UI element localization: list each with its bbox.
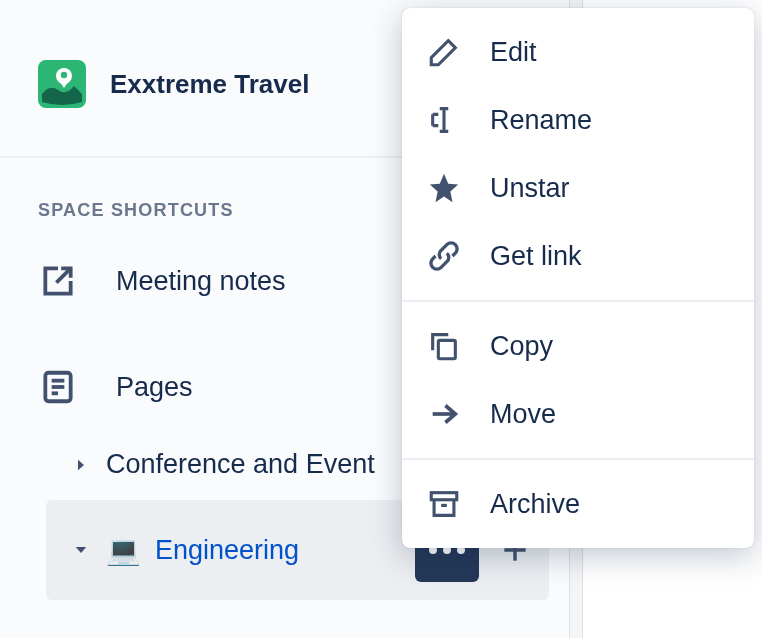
archive-icon [426,486,462,522]
svg-point-1 [61,72,67,78]
menu-item-label: Move [490,399,556,430]
menu-item-label: Edit [490,37,537,68]
external-link-icon [38,261,78,301]
laptop-icon: 💻 [106,534,141,567]
space-title: Exxtreme Travel [110,69,309,100]
menu-item-unstar[interactable]: Unstar [402,154,754,222]
menu-item-label: Unstar [490,173,570,204]
space-logo [38,60,86,108]
menu-item-label: Archive [490,489,580,520]
chevron-down-icon[interactable] [70,539,92,561]
link-icon [426,238,462,274]
arrow-right-icon [426,396,462,432]
context-menu: Edit Rename Unstar [402,8,754,548]
menu-item-move[interactable]: Move [402,380,754,448]
rename-icon [426,102,462,138]
svg-rect-8 [438,340,455,358]
pages-label: Pages [116,372,193,403]
menu-item-getlink[interactable]: Get link [402,222,754,290]
svg-rect-10 [431,493,457,500]
edit-icon [426,34,462,70]
menu-item-label: Get link [490,241,582,272]
page-icon [38,367,78,407]
menu-item-archive[interactable]: Archive [402,470,754,538]
star-icon [426,170,462,206]
shortcut-label: Meeting notes [116,266,286,297]
menu-item-label: Copy [490,331,553,362]
tree-item-label: Conference and Event [106,449,375,480]
menu-item-edit[interactable]: Edit [402,18,754,86]
tree-item-label: Engineering [155,535,299,566]
menu-item-copy[interactable]: Copy [402,312,754,380]
copy-icon [426,328,462,364]
chevron-right-icon[interactable] [70,454,92,476]
menu-item-label: Rename [490,105,592,136]
menu-item-rename[interactable]: Rename [402,86,754,154]
